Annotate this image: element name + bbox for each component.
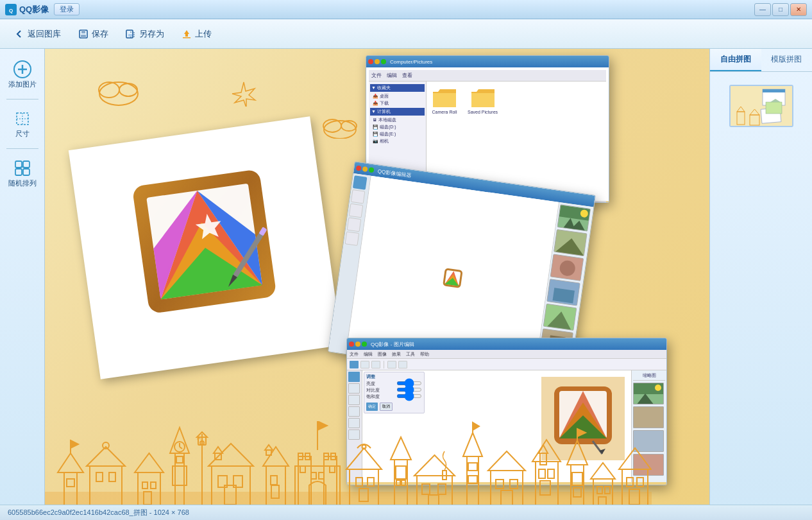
ws-close — [368, 59, 373, 64]
svg-rect-144 — [330, 466, 335, 472]
sidebar-item-size[interactable]: 尺寸 — [4, 106, 41, 142]
svg-rect-9 — [183, 37, 190, 39]
photo-card-main — [69, 116, 342, 379]
save-icon — [78, 28, 89, 40]
ws3-tool-4 — [387, 361, 396, 368]
size-icon — [13, 110, 31, 128]
deco-cloud-2 — [321, 113, 359, 139]
svg-rect-4 — [81, 35, 86, 38]
save-button[interactable]: 保存 — [71, 25, 115, 43]
sidebar: 添加图片 尺寸 随机排列 — [0, 49, 45, 520]
upload-button[interactable]: 上传 — [174, 25, 219, 43]
svg-rect-28 — [766, 102, 782, 114]
svg-rect-104 — [96, 472, 103, 481]
svg-marker-173 — [488, 451, 525, 471]
svg-rect-146 — [319, 472, 324, 479]
ws3-ltool-3 — [348, 395, 360, 405]
maximize-button[interactable]: □ — [772, 3, 789, 16]
svg-marker-185 — [567, 440, 588, 465]
sidebar-divider-1 — [6, 99, 38, 100]
svg-rect-26 — [763, 89, 785, 92]
svg-rect-6 — [128, 34, 132, 37]
login-button[interactable]: 登录 — [54, 3, 80, 15]
svg-rect-169 — [468, 476, 477, 483]
ws2-min — [362, 166, 368, 172]
add-photo-label: 添加图片 — [8, 80, 37, 89]
template-thumbnail[interactable] — [729, 85, 793, 127]
svg-marker-103 — [87, 447, 125, 466]
svg-rect-197 — [627, 478, 633, 487]
sidebar-divider-2 — [6, 148, 38, 149]
ws3-tool-3 — [371, 361, 380, 368]
statusbar: 605585b66ec2c9a0f2ec1416b42cac68_拼图 - 10… — [0, 505, 812, 520]
svg-marker-167 — [463, 433, 482, 456]
app-title: QQ影像 — [19, 4, 49, 15]
sidebar-item-add-photo[interactable]: 添加图片 — [4, 56, 41, 92]
svg-rect-180 — [548, 469, 554, 478]
close-button[interactable]: ✕ — [790, 3, 807, 16]
ws3-ltool-1 — [348, 372, 360, 382]
tool-1 — [353, 175, 368, 190]
random-icon — [13, 159, 31, 177]
ws3-close — [349, 342, 354, 347]
random-label: 随机排列 — [8, 179, 37, 187]
ws-title-text: Computer/Pictures — [390, 59, 432, 65]
svg-rect-168 — [468, 463, 477, 471]
svg-rect-152 — [368, 478, 374, 486]
svg-point-106 — [103, 442, 109, 449]
sidebar-item-random[interactable]: 随机排列 — [4, 155, 41, 191]
svg-rect-115 — [176, 456, 183, 463]
ws3-tool-5 — [398, 361, 407, 368]
app-logo: Q QQ影像 — [5, 4, 49, 15]
qq-icon: Q — [5, 4, 17, 15]
ws-maximize — [381, 59, 386, 64]
svg-point-94 — [655, 385, 661, 391]
svg-rect-198 — [637, 478, 643, 487]
svg-marker-148 — [317, 421, 327, 430]
tool-5 — [345, 231, 360, 246]
back-button[interactable]: 返回图库 — [6, 25, 68, 43]
svg-marker-98 — [58, 453, 83, 472]
canvas-background: Computer/Pictures 文件编辑查看 ▼ 收藏夹 📥 桌面 📥 下载… — [45, 49, 709, 511]
ws-minimize — [375, 59, 380, 64]
ws3-min — [355, 342, 360, 347]
upload-icon — [181, 28, 192, 40]
svg-line-118 — [180, 447, 182, 449]
toolbar: 返回图库 保存 另存为 上传 — [0, 19, 812, 49]
svg-point-154 — [362, 445, 366, 449]
svg-rect-105 — [109, 472, 115, 481]
filename-text: 605585b66ec2c9a0f2ec1416b42cac68_拼图 - 10… — [8, 508, 189, 517]
tool-4 — [347, 218, 362, 232]
svg-marker-135 — [265, 445, 273, 450]
svg-rect-151 — [356, 478, 362, 486]
svg-marker-156 — [391, 437, 411, 460]
tab-template-collage[interactable]: 模版拼图 — [761, 49, 813, 71]
window-controls: — □ ✕ — [754, 3, 807, 16]
ws2-max — [369, 167, 375, 173]
svg-marker-114 — [170, 428, 189, 453]
ws3-ltool-4 — [348, 406, 360, 417]
save-as-icon — [125, 28, 137, 40]
tool-2 — [351, 189, 366, 204]
tab-free-collage[interactable]: 自由拼图 — [710, 49, 761, 71]
main-canvas-area[interactable]: Computer/Pictures 文件编辑查看 ▼ 收藏夹 📥 桌面 📥 下载… — [45, 49, 709, 511]
svg-rect-3 — [81, 30, 85, 33]
minimize-button[interactable]: — — [754, 3, 771, 16]
svg-marker-33 — [232, 82, 255, 107]
save-as-button[interactable]: 另存为 — [118, 25, 171, 43]
ws3-tool-2 — [360, 361, 369, 368]
svg-marker-7 — [184, 30, 189, 34]
svg-marker-108 — [135, 453, 164, 472]
svg-rect-179 — [539, 469, 545, 478]
svg-rect-19 — [23, 169, 30, 175]
svg-rect-186 — [572, 472, 582, 485]
svg-rect-143 — [300, 466, 305, 472]
svg-marker-196 — [619, 448, 651, 469]
svg-rect-17 — [23, 161, 30, 168]
svg-rect-8 — [185, 34, 188, 37]
svg-text:Q: Q — [9, 8, 13, 13]
svg-marker-129 — [214, 447, 223, 453]
svg-rect-158 — [396, 480, 400, 485]
svg-rect-109 — [142, 482, 148, 489]
ws2-close — [356, 166, 362, 171]
